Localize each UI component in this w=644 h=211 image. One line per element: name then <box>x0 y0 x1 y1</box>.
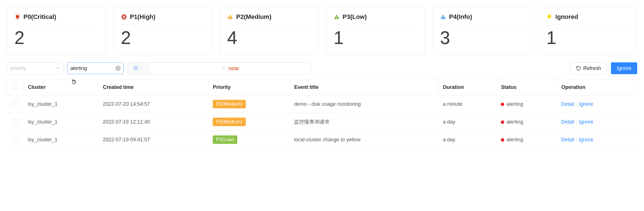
priority-badge: P3(Low) <box>213 135 237 144</box>
detail-link[interactable]: Detail <box>561 137 574 142</box>
svg-rect-7 <box>443 16 443 18</box>
detail-link[interactable]: Detail <box>561 101 574 107</box>
time-range-picker[interactable]: → now <box>128 62 311 74</box>
chevron-down-icon <box>56 66 60 70</box>
row-checkbox[interactable] <box>13 101 18 106</box>
refresh-label: Refresh <box>583 65 601 71</box>
cell-status: alerting <box>497 95 557 113</box>
cell-cluster: lsy_cluster_1 <box>24 113 99 131</box>
priority-select[interactable]: priority <box>7 62 63 74</box>
summary-card[interactable]: Ignored1 <box>539 7 637 54</box>
detail-link[interactable]: Detail <box>561 119 574 125</box>
status-filter-input[interactable]: alerting <box>67 62 124 74</box>
priority-badge: P2(Medium) <box>213 118 246 126</box>
clear-icon[interactable] <box>116 66 121 71</box>
status-dot-icon <box>501 138 504 142</box>
warn-icon <box>440 14 446 20</box>
col-status: Status <box>497 80 557 95</box>
priority-placeholder: priority <box>10 65 26 71</box>
svg-rect-6 <box>336 18 337 19</box>
cell-created: 2022-07-20 14:54:57 <box>99 95 209 113</box>
separator: | <box>574 101 579 107</box>
card-label: P1(High) <box>130 13 155 21</box>
cell-priority: P3(Low) <box>209 131 290 149</box>
svg-rect-3 <box>230 16 230 18</box>
cell-duration: a minute <box>439 95 497 113</box>
ignore-link[interactable]: Ignore <box>579 137 593 142</box>
table-row: lsy_cluster_12022-07-20 14:54:57P2(Mediu… <box>7 95 637 113</box>
summary-card[interactable]: P1(High)2 <box>113 7 212 54</box>
col-priority: Priority <box>209 80 290 95</box>
status-filter-value: alerting <box>70 65 87 71</box>
card-value: 1 <box>546 27 630 47</box>
cell-cluster: lsy_cluster_1 <box>24 131 99 149</box>
time-range-quick[interactable] <box>128 63 148 74</box>
svg-rect-5 <box>336 16 337 18</box>
card-title: Ignored <box>546 13 630 25</box>
card-title: P4(Info) <box>440 13 523 25</box>
clock-icon <box>133 66 138 71</box>
card-label: P3(Low) <box>343 13 367 21</box>
card-label: P4(Info) <box>449 13 472 21</box>
separator: | <box>574 137 579 142</box>
alarm-icon <box>14 14 21 20</box>
arrow-right-icon: → <box>221 65 226 71</box>
col-title: Event title <box>290 80 439 95</box>
refresh-button[interactable]: Refresh <box>570 62 607 74</box>
card-label: Ignored <box>555 13 578 21</box>
svg-rect-1 <box>19 14 19 15</box>
warn-icon <box>334 14 340 20</box>
card-value: 2 <box>121 27 204 47</box>
cell-duration: a day <box>439 131 497 149</box>
row-checkbox[interactable] <box>13 137 18 142</box>
card-title: P3(Low) <box>334 13 417 25</box>
card-label: P0(Critical) <box>23 13 56 21</box>
status-dot-icon <box>501 103 504 106</box>
time-range-end: now <box>229 65 239 72</box>
priority-badge: P2(Medium) <box>213 100 246 108</box>
cell-priority: P2(Medium) <box>209 95 290 113</box>
chevron-down-icon <box>140 67 143 70</box>
card-title: P0(Critical) <box>14 13 98 25</box>
card-value: 4 <box>227 27 310 47</box>
svg-rect-0 <box>16 14 16 15</box>
col-checkbox <box>7 80 24 95</box>
svg-rect-8 <box>443 18 443 19</box>
col-duration: Duration <box>439 80 497 95</box>
ignore-link[interactable]: Ignore <box>579 119 593 125</box>
time-range-body: → now <box>148 65 311 72</box>
row-checkbox[interactable] <box>13 119 18 124</box>
cell-operation: Detail|Ignore <box>557 113 637 131</box>
toolbar: priority alerting → now Refresh <box>7 62 637 74</box>
separator: | <box>574 119 579 125</box>
bell-icon <box>546 14 552 20</box>
ignore-button[interactable]: Ignore <box>611 62 637 74</box>
card-value: 3 <box>440 27 523 47</box>
card-title: P2(Medium) <box>227 13 310 25</box>
cell-operation: Detail|Ignore <box>557 95 637 113</box>
status-dot-icon <box>501 120 504 124</box>
events-table: Cluster Created time Priority Event titl… <box>7 79 637 149</box>
card-title: P1(High) <box>121 13 204 25</box>
summary-card[interactable]: P0(Critical)2 <box>7 7 105 54</box>
select-all-checkbox[interactable] <box>13 84 18 89</box>
ignore-link[interactable]: Ignore <box>579 101 593 107</box>
col-created: Created time <box>99 80 209 95</box>
cell-priority: P2(Medium) <box>209 113 290 131</box>
summary-cards: P0(Critical)2P1(High)2P2(Medium)4P3(Low)… <box>7 7 637 54</box>
cell-created: 2022-07-19 12:11:40 <box>99 113 209 131</box>
cell-created: 2022-07-19 09:41:07 <box>99 131 209 149</box>
table-row: lsy_cluster_12022-07-19 09:41:07P3(Low)l… <box>7 131 637 149</box>
cell-duration: a day <box>439 113 497 131</box>
svg-rect-4 <box>230 18 230 19</box>
card-value: 1 <box>334 27 417 47</box>
warn-icon <box>227 14 233 20</box>
card-value: 2 <box>14 27 98 47</box>
summary-card[interactable]: P3(Low)1 <box>326 7 425 54</box>
cell-title: demo - disk usage monitoring <box>290 95 439 113</box>
summary-card[interactable]: P4(Info)3 <box>432 7 531 54</box>
cell-title: 监控慢查询请求 <box>290 113 439 131</box>
summary-card[interactable]: P2(Medium)4 <box>219 7 318 54</box>
cell-title: local-cluster change to yellow <box>290 131 439 149</box>
card-label: P2(Medium) <box>236 13 271 21</box>
